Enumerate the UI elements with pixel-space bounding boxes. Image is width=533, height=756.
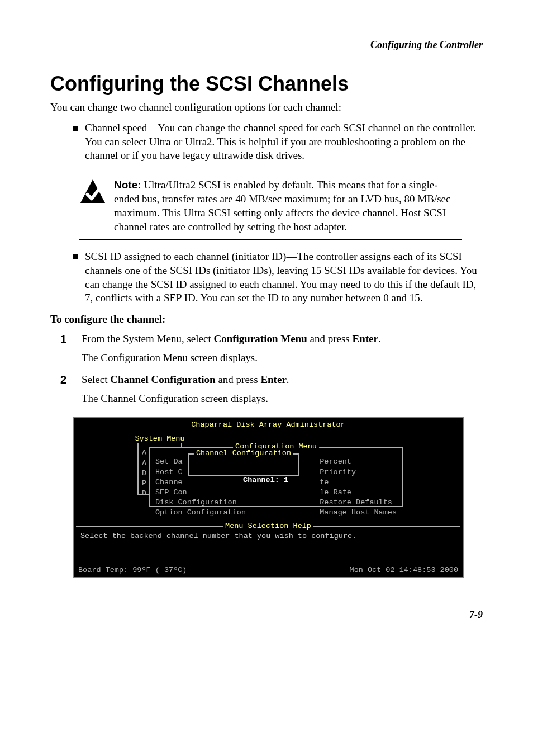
terminal-status-bar: Board Temp: 99ºF ( 37ºC) Mon Oct 02 14:4… bbox=[76, 565, 460, 575]
help-text: Select the backend channel number that y… bbox=[80, 531, 456, 540]
channel-configuration-title: Channel Configuration bbox=[194, 449, 293, 457]
step1-after: The Configuration Menu screen displays. bbox=[82, 350, 483, 366]
system-menu-title: System Menu bbox=[132, 434, 187, 443]
terminal-title: Chaparral Disk Array Administrator bbox=[76, 419, 460, 434]
note-text: Note: Ultra/Ultra2 SCSI is enabled by de… bbox=[114, 178, 462, 234]
step-1: From the System Menu, select Configurati… bbox=[50, 331, 483, 365]
intro-text: You can change two channel configuration… bbox=[50, 101, 483, 114]
step1-pre: From the System Menu, select bbox=[82, 333, 213, 344]
step1-post: . bbox=[378, 333, 381, 344]
terminal-datetime: Mon Oct 02 14:48:53 2000 bbox=[350, 566, 458, 574]
channel-highlight: Channel: 1 bbox=[239, 476, 288, 484]
page-header: Configuring the Controller bbox=[50, 39, 483, 51]
step2-bold1: Channel Configuration bbox=[110, 374, 215, 385]
step1-bold2: Enter bbox=[352, 333, 378, 344]
checkmark-triangle-icon bbox=[79, 178, 110, 234]
step2-pre: Select bbox=[82, 374, 110, 385]
step2-after: The Channel Configuration screen display… bbox=[82, 391, 483, 407]
step1-bold1: Configuration Menu bbox=[213, 333, 307, 344]
page-number: 7-9 bbox=[50, 609, 483, 621]
note-label: Note: bbox=[114, 179, 141, 191]
procedure-heading: To configure the channel: bbox=[50, 313, 483, 325]
step-2: Select Channel Configuration and press E… bbox=[50, 372, 483, 406]
step2-mid: and press bbox=[216, 374, 261, 385]
help-section-title: Menu Selection Help bbox=[223, 522, 313, 530]
help-title-row: Menu Selection Help bbox=[76, 526, 460, 527]
bullet-channel-speed: Channel speed—You can change the channel… bbox=[73, 121, 483, 163]
board-temp: Board Temp: 99ºF ( 37ºC) bbox=[78, 566, 187, 574]
note-body: Ultra/Ultra2 SCSI is enabled by default.… bbox=[114, 179, 450, 233]
channel-configuration-box: Channel Configuration Channel: 1 bbox=[188, 453, 299, 476]
step2-bold2: Enter bbox=[260, 374, 286, 385]
conf-col-right: Percent Priority te le Rate Restore Defa… bbox=[320, 457, 397, 518]
terminal-screenshot: Chaparral Disk Array Administrator Syste… bbox=[73, 417, 464, 578]
step2-post: . bbox=[287, 374, 289, 385]
help-section: Select the backend channel number that y… bbox=[77, 531, 459, 565]
bullet-scsi-id: SCSI ID assigned to each channel (initia… bbox=[73, 250, 483, 305]
note-block: Note: Ultra/Ultra2 SCSI is enabled by de… bbox=[79, 172, 462, 240]
step1-mid: and press bbox=[307, 333, 353, 344]
note-rule-bottom bbox=[79, 239, 462, 240]
page-title: Configuring the SCSI Channels bbox=[50, 72, 483, 96]
